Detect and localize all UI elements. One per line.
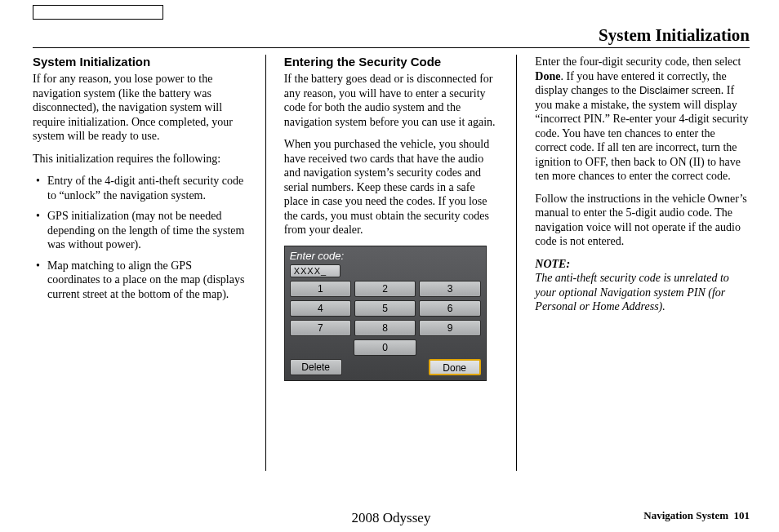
bullet-item: Entry of the 4-digit anti-theft security…	[36, 174, 247, 202]
columns: System Initialization If for any reason,…	[33, 55, 750, 471]
col3-p2: Follow the instructions in the vehicle O…	[535, 192, 750, 249]
keypad-key-7[interactable]: 7	[290, 320, 351, 336]
column-separator	[265, 55, 266, 471]
keypad-key-6[interactable]: 6	[419, 300, 480, 317]
note-body: The anti-theft security code is unrelate…	[535, 271, 750, 314]
col1-heading: System Initialization	[33, 55, 247, 70]
keypad-display: XXXX_	[290, 264, 341, 277]
col1-p1: If for any reason, you lose power to the…	[33, 72, 247, 144]
column-3: Enter the four-digit security code, then…	[535, 55, 750, 471]
keypad-row: Delete Done	[290, 359, 481, 375]
text-run: screen. If you make a mistake, the syste…	[535, 84, 748, 182]
done-bold: Done	[535, 70, 560, 82]
keypad-row: 7 8 9	[290, 320, 481, 336]
keypad-key-4[interactable]: 4	[290, 300, 351, 317]
col1-p2: This initialization requires the followi…	[33, 152, 247, 166]
footer-label: Navigation System	[643, 509, 728, 521]
top-blank-box	[33, 5, 163, 20]
keypad-figure: Enter code: XXXX_ 1 2 3 4 5 6 7 8 9	[284, 246, 487, 381]
keypad-row: 0	[290, 339, 481, 356]
note-heading: NOTE:	[535, 257, 750, 272]
column-2: Entering the Security Code If the batter…	[284, 55, 499, 471]
col2-p2: When you purchased the vehicle, you shou…	[284, 137, 499, 237]
keypad-key-3[interactable]: 3	[419, 281, 480, 297]
col2-p1: If the battery goes dead or is disconnec…	[284, 72, 499, 129]
keypad-key-5[interactable]: 5	[354, 300, 416, 317]
bullet-item: Map matching to align the GPS coordinate…	[36, 259, 247, 302]
keypad-key-1[interactable]: 1	[290, 281, 351, 297]
bullet-item: GPS initialization (may not be needed de…	[36, 209, 247, 252]
keypad-row: 1 2 3	[290, 281, 481, 297]
keypad-key-9[interactable]: 9	[419, 320, 480, 336]
page-footer: 2008 Odyssey Navigation System 101	[33, 509, 750, 522]
keypad-key-2[interactable]: 2	[354, 281, 416, 297]
column-1: System Initialization If for any reason,…	[33, 55, 247, 471]
footer-right: Navigation System 101	[643, 509, 750, 522]
col2-heading: Entering the Security Code	[284, 55, 499, 70]
text-run: Enter the four-digit security code, then…	[535, 55, 741, 68]
page-title: System Initialization	[33, 24, 750, 47]
keypad-prompt: Enter code:	[290, 250, 481, 263]
col3-p1: Enter the four-digit security code, then…	[535, 55, 750, 184]
keypad-key-0[interactable]: 0	[354, 339, 416, 356]
title-rule	[33, 47, 750, 48]
footer-page-number: 101	[734, 509, 750, 521]
column-separator	[516, 55, 517, 471]
footer-center: 2008 Odyssey	[33, 509, 750, 526]
page-body: System Initialization System Initializat…	[33, 24, 750, 532]
col1-bullets: Entry of the 4-digit anti-theft security…	[33, 174, 247, 301]
keypad-delete-button[interactable]: Delete	[290, 359, 342, 375]
keypad-row: 4 5 6	[290, 300, 481, 317]
disclaimer-label: Disclaimer	[639, 84, 689, 96]
keypad-key-8[interactable]: 8	[354, 320, 416, 336]
keypad-done-button[interactable]: Done	[429, 359, 481, 375]
